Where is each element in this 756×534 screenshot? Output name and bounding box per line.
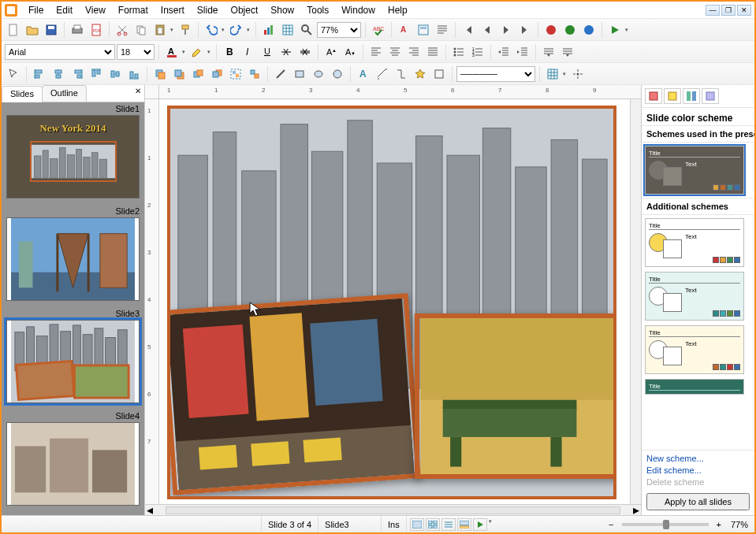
star-tool-button[interactable] bbox=[412, 65, 429, 83]
bold-button[interactable]: B bbox=[221, 43, 238, 61]
new-document-button[interactable] bbox=[5, 21, 22, 39]
bring-to-front-button[interactable] bbox=[151, 65, 169, 83]
align-objects-left-button[interactable] bbox=[31, 65, 48, 83]
zoom-out-button[interactable]: − bbox=[605, 520, 616, 529]
view-outline-button[interactable] bbox=[426, 518, 440, 531]
slide-photo-right[interactable] bbox=[415, 313, 616, 479]
underline-button[interactable]: U bbox=[259, 43, 276, 61]
grid-dropdown-icon[interactable]: ▾ bbox=[561, 71, 568, 77]
menu-format[interactable]: Format bbox=[112, 3, 155, 17]
align-center-button[interactable] bbox=[386, 43, 404, 61]
font-color-button[interactable]: A bbox=[163, 43, 181, 61]
paste-dropdown-icon[interactable]: ▾ bbox=[169, 27, 175, 33]
strikethrough-button[interactable]: X bbox=[277, 43, 295, 61]
italic-button[interactable]: I bbox=[240, 43, 257, 61]
zoom-slider[interactable] bbox=[622, 523, 709, 526]
color-scheme-additional-2[interactable]: Title Text bbox=[645, 272, 744, 321]
color-scheme-additional-3[interactable]: Title Text bbox=[645, 325, 744, 374]
slide-viewport[interactable] bbox=[159, 99, 630, 504]
slide-thumbnail-3[interactable] bbox=[6, 320, 140, 403]
decrease-indent-button[interactable] bbox=[495, 43, 512, 61]
decrease-font-button[interactable]: A▼ bbox=[341, 43, 359, 61]
color-scheme-used-1[interactable]: Title Text bbox=[645, 146, 744, 195]
menu-window[interactable]: Window bbox=[335, 3, 382, 17]
color-scheme-additional-4[interactable]: Title bbox=[645, 379, 744, 395]
copy-button[interactable] bbox=[132, 21, 150, 39]
macro-play-ide-button[interactable] bbox=[561, 21, 579, 39]
object-properties-button[interactable] bbox=[415, 21, 432, 39]
task-tab-properties[interactable] bbox=[645, 88, 662, 104]
undo-button[interactable] bbox=[203, 21, 220, 39]
line-tool-button[interactable] bbox=[272, 65, 289, 83]
align-objects-hcenter-button[interactable] bbox=[50, 65, 67, 83]
highlight-dropdown-icon[interactable]: ▾ bbox=[206, 49, 212, 55]
slide-thumbnail-4[interactable] bbox=[6, 422, 140, 506]
bring-forward-button[interactable] bbox=[189, 65, 207, 83]
paste-button[interactable] bbox=[151, 21, 169, 39]
nav-last-button[interactable] bbox=[516, 21, 534, 39]
menu-edit[interactable]: Edit bbox=[50, 3, 79, 17]
color-scheme-additional-1[interactable]: Title Text bbox=[645, 218, 744, 267]
increase-font-button[interactable]: A▲ bbox=[322, 43, 340, 61]
ungroup-button[interactable] bbox=[246, 65, 263, 83]
apply-to-all-button[interactable]: Apply to all slides bbox=[646, 493, 750, 510]
window-close-button[interactable]: ✕ bbox=[737, 5, 751, 16]
undo-dropdown-icon[interactable]: ▾ bbox=[220, 27, 226, 33]
open-document-button[interactable] bbox=[24, 21, 41, 39]
status-insert-mode[interactable]: Ins bbox=[382, 516, 407, 532]
send-to-back-button[interactable] bbox=[170, 65, 188, 83]
align-objects-bottom-button[interactable] bbox=[125, 65, 143, 83]
menu-view[interactable]: View bbox=[79, 3, 112, 17]
nav-first-button[interactable] bbox=[460, 21, 477, 39]
menu-tools[interactable]: Tools bbox=[300, 3, 335, 17]
select-tool-button[interactable] bbox=[5, 65, 22, 83]
measure-tool-button[interactable] bbox=[374, 65, 391, 83]
align-objects-top-button[interactable] bbox=[88, 65, 105, 83]
move-down-button[interactable] bbox=[559, 43, 576, 61]
font-color-dropdown-icon[interactable]: ▾ bbox=[181, 49, 187, 55]
increase-indent-button[interactable] bbox=[514, 43, 531, 61]
current-slide[interactable] bbox=[167, 106, 616, 499]
task-tab-gallery[interactable] bbox=[683, 88, 700, 104]
clone-format-button[interactable] bbox=[177, 21, 194, 39]
line-style-selector[interactable]: ────── bbox=[456, 66, 535, 82]
nav-prev-button[interactable] bbox=[479, 21, 496, 39]
run-slideshow-dropdown-icon[interactable]: ▾ bbox=[624, 27, 630, 33]
align-objects-right-button[interactable] bbox=[69, 65, 86, 83]
menu-file[interactable]: File bbox=[22, 3, 50, 17]
view-normal-button[interactable] bbox=[410, 518, 424, 531]
insert-table-button[interactable] bbox=[279, 21, 296, 39]
bullet-list-button[interactable] bbox=[450, 43, 467, 61]
horizontal-scrollbar[interactable]: ◂▸ bbox=[145, 504, 641, 515]
text-tool-button[interactable]: A bbox=[355, 65, 372, 83]
task-tab-navigator[interactable] bbox=[702, 88, 719, 104]
redo-button[interactable] bbox=[228, 21, 245, 39]
snap-toggle-button[interactable] bbox=[569, 65, 587, 83]
connector-tool-button[interactable] bbox=[393, 65, 410, 83]
rectangle-tool-button[interactable] bbox=[291, 65, 308, 83]
nav-next-button[interactable] bbox=[497, 21, 515, 39]
align-left-button[interactable] bbox=[367, 43, 385, 61]
numbered-list-button[interactable]: 123 bbox=[469, 43, 486, 61]
slide-thumbnail-1[interactable]: New York 2014 bbox=[6, 115, 140, 198]
highlight-button[interactable] bbox=[188, 43, 206, 61]
shape-tool-button[interactable] bbox=[430, 65, 448, 83]
font-name-selector[interactable]: Arial bbox=[5, 44, 115, 60]
align-right-button[interactable] bbox=[405, 43, 423, 61]
menu-insert[interactable]: Insert bbox=[155, 3, 191, 17]
slide-thumbnails-list[interactable]: Slide1 New York 2014 Slide2 Slide3 Slide… bbox=[2, 102, 144, 515]
macro-record-button[interactable] bbox=[542, 21, 560, 39]
zoom-in-button[interactable]: + bbox=[713, 520, 724, 529]
slide-photo-left[interactable] bbox=[167, 293, 421, 495]
new-scheme-link[interactable]: New scheme... bbox=[646, 454, 750, 463]
save-button[interactable] bbox=[43, 21, 60, 39]
status-zoom-level[interactable]: 77% bbox=[724, 516, 754, 532]
align-objects-vcenter-button[interactable] bbox=[106, 65, 124, 83]
start-show-button[interactable] bbox=[473, 518, 487, 531]
circle-tool-button[interactable] bbox=[329, 65, 346, 83]
start-show-dropdown-icon[interactable]: ▾ bbox=[487, 518, 493, 531]
export-pdf-button[interactable]: PDF bbox=[88, 21, 105, 39]
slides-panel-close-button[interactable]: ✕ bbox=[132, 85, 144, 102]
cut-button[interactable] bbox=[114, 21, 131, 39]
font-color-panel-button[interactable]: A bbox=[396, 21, 413, 39]
